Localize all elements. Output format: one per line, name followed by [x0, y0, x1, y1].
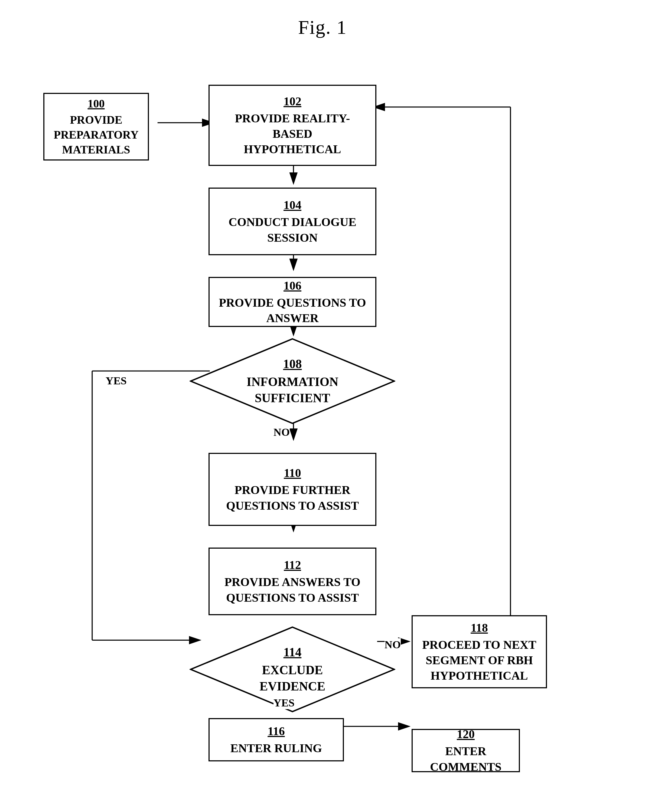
node-120: 120 ENTER COMMENTS — [411, 729, 520, 772]
node-102: 102 PROVIDE REALITY-BASEDHYPOTHETICAL — [208, 85, 376, 166]
no-label-114: NO — [385, 638, 401, 651]
yes-label-108: YES — [105, 374, 127, 387]
page-title: Fig. 1 — [0, 16, 645, 39]
node-118: 118 PROCEED TO NEXTSEGMENT OF RBHHYPOTHE… — [411, 615, 547, 688]
node-116: 116 ENTER RULING — [208, 718, 344, 762]
node-108: 108 INFORMATIONSUFFICIENT — [190, 338, 395, 424]
node-106: 106 PROVIDE QUESTIONS TOANSWER — [208, 277, 376, 327]
no-label-108: NO — [274, 426, 290, 438]
node-100: 100 PROVIDEPREPARATORYMATERIALS — [43, 93, 149, 160]
yes-label-114: YES — [274, 696, 295, 709]
node-112: 112 PROVIDE ANSWERS TOQUESTIONS TO ASSIS… — [208, 548, 376, 615]
node-110: 110 PROVIDE FURTHERQUESTIONS TO ASSIST — [208, 453, 376, 526]
node-104: 104 CONDUCT DIALOGUESESSION — [208, 188, 376, 255]
